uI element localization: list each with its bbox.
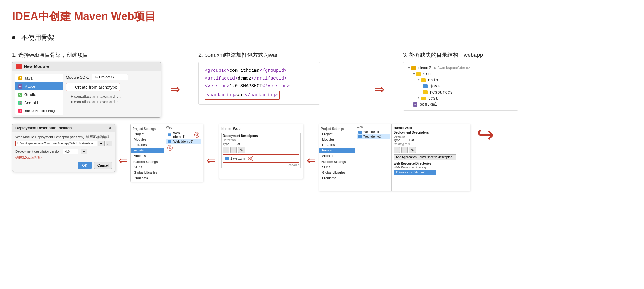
ps3-group-platform-settings: Platform Settings	[319, 160, 355, 164]
ps-panel-2: Name: Web Deployment Descriptors Detecti…	[219, 124, 303, 179]
ps-item-facets[interactable]: Facets	[131, 148, 164, 153]
web-xml-label: 1 web.xml	[230, 157, 246, 160]
ps3-remove-btn[interactable]: −	[401, 147, 408, 153]
archetype-label: Create from archetype	[75, 85, 117, 90]
bullet-icon	[12, 36, 15, 39]
dd-browse-btn[interactable]: ▼	[98, 141, 105, 146]
ps-group-platform-settings: Platform Settings	[131, 160, 164, 164]
svg-rect-6	[168, 133, 171, 136]
ps-module-title: Web	[166, 126, 201, 129]
web-xml-row: 1 web.xml ③	[223, 154, 299, 163]
ps3-module-demo2[interactable]: Web (demo2)	[357, 134, 390, 139]
ps3-web-resource-input[interactable]	[394, 170, 436, 175]
android-icon: 🤖	[18, 101, 22, 105]
ps3-item-facets[interactable]: Facets	[319, 148, 355, 153]
arrow-left-2: ⇐	[206, 154, 215, 167]
ps-group-project-settings: Project Settings	[131, 127, 164, 131]
step3-label: 3. 补齐缺失的目录结构：webapp	[403, 51, 483, 59]
archetype-checkbox[interactable]	[69, 85, 73, 89]
archetype-item-2: com.atlassian.maven.arche...	[67, 99, 158, 105]
ps-edit-btn[interactable]: ✎	[238, 147, 245, 153]
new-module-dialog: New Module J Java m Maven G Gradle	[12, 62, 161, 118]
svg-rect-5	[421, 97, 426, 100]
ps-remove-btn[interactable]: −	[230, 147, 237, 153]
ps-item-project[interactable]: Project	[131, 131, 164, 137]
dd-dialog: Deployment Descriptor Location ✕ Web Mod…	[12, 124, 115, 172]
svg-rect-9	[358, 131, 362, 134]
ps3-edit-btn[interactable]: ✎	[409, 147, 416, 153]
intellij-icon: I	[18, 109, 22, 113]
ps-item-modules[interactable]: Modules	[131, 137, 164, 142]
module-right: Module SDK: 🗂 Project S Create from arch…	[66, 74, 158, 115]
dd-title: Deployment Descriptor Location	[15, 126, 72, 130]
dd-ok-btn[interactable]: OK	[78, 162, 91, 169]
ps-item-global-libraries[interactable]: Global Libraries	[131, 170, 164, 175]
svg-rect-2	[421, 78, 426, 82]
ps-item-problems[interactable]: Problems	[131, 175, 164, 181]
dd-label: Web Module Deployment Descriptor (web.xm…	[15, 135, 112, 139]
ps3-web-label: Web	[357, 125, 390, 129]
module-item-maven[interactable]: m Maven	[15, 82, 63, 90]
close-icon[interactable]: ✕	[108, 126, 112, 131]
svg-rect-1	[416, 72, 421, 76]
module-item-intellij[interactable]: I IntelliJ Platform Plugin	[15, 107, 63, 115]
arrow-left-1: ⇐	[118, 154, 127, 167]
ps-item-artifacts[interactable]: Artifacts	[131, 153, 164, 158]
step2-label: 2. pom.xml中添加打包方式为war	[198, 51, 278, 59]
ps3-item-sdks[interactable]: SDKs	[319, 164, 355, 170]
ps-module-demo1[interactable]: Web (demo1) ②	[166, 131, 201, 139]
pom-icon: m	[413, 102, 417, 107]
ps-facets-label: ①	[166, 145, 201, 151]
dd-version-btn[interactable]: ▼	[81, 149, 88, 154]
ps3-module-demo1[interactable]: Web (demo1)	[357, 130, 390, 134]
dialog-icon	[16, 64, 22, 69]
ps-item-libraries[interactable]: Libraries	[131, 142, 164, 148]
ps-item-sdks[interactable]: SDKs	[131, 164, 164, 170]
dd-hint: 选择3.0以上的版本	[15, 155, 112, 160]
tree-src: ∨ src	[413, 71, 513, 77]
svg-rect-3	[423, 84, 428, 88]
ps3-item-global-libraries[interactable]: Global Libraries	[319, 170, 355, 175]
archetype-item-1: com.atlassian.maven.arche...	[67, 94, 158, 99]
ps3-col-headers: Type Pat	[394, 138, 468, 142]
ps-panel-3: Project Settings Project Modules Librari…	[319, 124, 470, 191]
arrow-left-3: ⇐	[307, 154, 316, 167]
sdk-dropdown[interactable]: 🗂 Project S	[92, 74, 128, 80]
ps-module-demo2[interactable]: Web (demo2)	[166, 139, 201, 144]
module-item-android[interactable]: 🤖 Android	[15, 99, 63, 107]
ps3-item-libraries[interactable]: Libraries	[319, 142, 355, 148]
dd-dots-btn[interactable]: ...	[106, 141, 112, 146]
tree-test: > test	[418, 95, 513, 101]
ps3-module-col: Web Web (demo1) Web (demo2)	[355, 124, 392, 191]
ps3-web-resource-label: Web Resource Directories	[394, 162, 468, 165]
tree-java: java	[423, 83, 513, 89]
ps3-item-modules[interactable]: Modules	[319, 137, 355, 142]
module-item-java[interactable]: J Java	[15, 74, 63, 82]
badge-2: ②	[194, 132, 199, 138]
badge-1: ①	[167, 145, 173, 151]
dd-cancel-btn[interactable]: Cancel	[94, 162, 112, 169]
ps3-add-descriptor-btn[interactable]: Add Application Server specific descript…	[394, 154, 456, 160]
folder-root-icon	[411, 66, 417, 70]
ps-col-headers: Type Pat	[223, 142, 299, 146]
ps3-deployment-title: Deployment Descriptors	[394, 131, 468, 134]
chevron-root: ∨	[408, 66, 410, 70]
step1-label: 1. 选择web项目骨架，创建项目	[12, 51, 88, 59]
java-icon: J	[18, 76, 22, 80]
module-item-gradle[interactable]: G Gradle	[15, 90, 63, 99]
dd-version-label: Deployment descriptor version	[15, 150, 61, 153]
xml-line-3: <version>1.0-SNAPSHOT</version>	[205, 82, 314, 90]
dd-version-dropdown[interactable]: 4.0	[63, 149, 78, 154]
ps-add-btn[interactable]: +	[223, 147, 229, 153]
arrow-1: ⇒	[170, 82, 180, 96]
ps3-item-artifacts[interactable]: Artifacts	[319, 153, 355, 158]
gradle-icon: G	[18, 93, 22, 97]
ps3-name-header: Name: Web	[394, 126, 468, 130]
ps-name-label: Name:	[221, 127, 231, 131]
ps3-item-problems[interactable]: Problems	[319, 175, 355, 181]
ps3-item-project[interactable]: Project	[319, 131, 355, 137]
sdk-label: Module SDK:	[66, 75, 89, 80]
dd-input[interactable]	[15, 141, 97, 146]
arrow-2: ⇒	[375, 82, 385, 96]
ps3-add-btn[interactable]: +	[394, 147, 400, 153]
